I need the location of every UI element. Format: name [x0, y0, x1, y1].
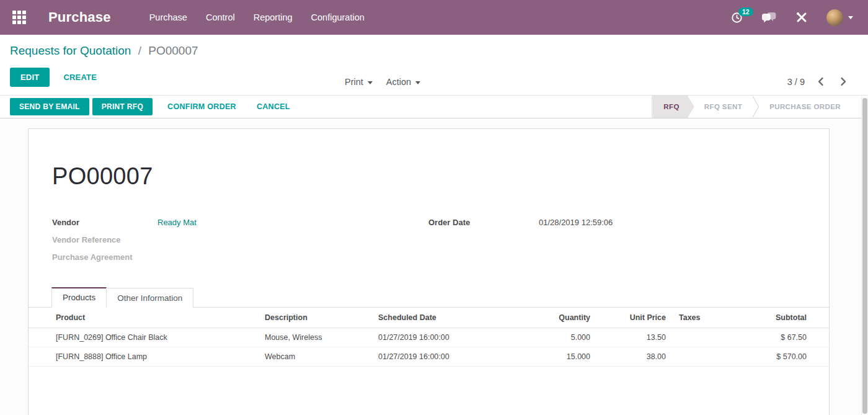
column-unit-price: Unit Price — [595, 308, 671, 328]
cell-subtotal: $ 570.00 — [754, 347, 830, 367]
column-taxes: Taxes — [671, 308, 754, 328]
cell-product: [FURN_8888] Office Lamp — [29, 347, 260, 367]
cell-quantity: 15.000 — [502, 347, 595, 367]
menu-reporting[interactable]: Reporting — [254, 12, 293, 22]
record-pager[interactable]: 3 / 9 — [787, 77, 805, 87]
form-statusbar: SEND BY EMAIL PRINT RFQ CONFIRM ORDER CA… — [0, 96, 868, 118]
column-description: Description — [260, 308, 373, 328]
field-vendor-reference: Vendor Reference — [52, 231, 428, 248]
cell-subtotal: $ 67.50 — [754, 328, 830, 347]
status-step-rfq[interactable]: RFQ — [652, 96, 694, 118]
tab-other-information[interactable]: Other Information — [106, 288, 193, 308]
order-lines-table: Product Description Scheduled Date Quant… — [29, 308, 830, 367]
chevron-left-icon — [817, 77, 824, 86]
cell-product: [FURN_0269] Office Chair Black — [29, 328, 260, 347]
app-title[interactable]: Purchase — [48, 9, 111, 25]
breadcrumb-separator: / — [138, 44, 141, 57]
scrollbar-thumb[interactable] — [862, 98, 867, 414]
activity-count-badge: 12 — [738, 7, 753, 17]
pager-previous-button[interactable] — [813, 76, 828, 87]
confirm-order-button[interactable]: CONFIRM ORDER — [159, 98, 245, 115]
cell-description: Mouse, Wireless — [260, 328, 373, 347]
status-steps: RFQ RFQ SENT PURCHASE ORDER — [652, 96, 851, 118]
field-grid: Vendor Ready Mat Vendor Reference Purcha… — [52, 213, 805, 266]
action-dropdown[interactable]: Action — [386, 77, 420, 87]
cell-scheduled-date: 01/27/2019 16:00:00 — [373, 347, 502, 367]
cancel-button[interactable]: CANCEL — [248, 98, 299, 115]
cell-unit-price: 38.00 — [595, 347, 671, 367]
step-separator-chevron-icon — [752, 96, 760, 118]
vendor-label: Vendor — [52, 218, 157, 227]
document-sheet: PO00007 Vendor Ready Mat Vendor Referenc… — [28, 128, 830, 415]
field-purchase-agreement: Purchase Agreement — [52, 248, 428, 266]
field-vendor: Vendor Ready Mat — [52, 213, 428, 231]
table-row[interactable]: [FURN_0269] Office Chair Black Mouse, Wi… — [29, 328, 830, 347]
document-title: PO00007 — [52, 163, 829, 190]
crossed-tools-icon — [795, 11, 808, 24]
chevron-down-icon — [368, 81, 373, 84]
table-row[interactable]: [FURN_8888] Office Lamp Webcam 01/27/201… — [29, 347, 830, 367]
column-quantity: Quantity — [502, 308, 595, 328]
user-menu[interactable] — [826, 9, 853, 26]
create-button[interactable]: CREATE — [55, 68, 105, 87]
form-view: PO00007 Vendor Ready Mat Vendor Referenc… — [0, 118, 868, 415]
cell-taxes — [671, 328, 754, 347]
cell-unit-price: 13.50 — [595, 328, 671, 347]
order-date-label: Order Date — [428, 218, 539, 227]
column-scheduled-date: Scheduled Date — [373, 308, 502, 328]
tools-icon[interactable] — [795, 11, 808, 24]
menu-purchase[interactable]: Purchase — [149, 12, 187, 22]
cell-taxes — [671, 347, 754, 367]
table-header-row: Product Description Scheduled Date Quant… — [29, 308, 830, 328]
cell-quantity: 5.000 — [502, 328, 595, 347]
activities-clock-icon[interactable]: 12 — [731, 12, 743, 24]
vertical-scrollbar — [861, 96, 868, 415]
field-order-date: Order Date 01/28/2019 12:59:06 — [428, 213, 805, 231]
menu-configuration[interactable]: Configuration — [311, 12, 365, 22]
cell-description: Webcam — [260, 347, 373, 367]
menu-control[interactable]: Control — [206, 12, 235, 22]
tab-products[interactable]: Products — [51, 287, 107, 308]
chevron-down-icon — [415, 81, 420, 84]
breadcrumb-current: PO00007 — [148, 44, 198, 57]
notebook-tabs: Products Other Information — [29, 286, 829, 308]
breadcrumb-parent-link[interactable]: Requests for Quotation — [10, 44, 131, 57]
print-rfq-button[interactable]: PRINT RFQ — [92, 98, 153, 115]
status-step-purchase-order[interactable]: PURCHASE ORDER — [760, 96, 851, 118]
breadcrumb: Requests for Quotation / PO00007 — [10, 43, 858, 59]
vendor-reference-label: Vendor Reference — [52, 235, 157, 244]
column-subtotal: Subtotal — [754, 308, 830, 328]
edit-button[interactable]: EDIT — [10, 68, 50, 87]
status-step-rfq-sent[interactable]: RFQ SENT — [694, 96, 752, 118]
pager-next-button[interactable] — [836, 76, 851, 87]
print-dropdown[interactable]: Print — [345, 77, 373, 87]
apps-grid-icon[interactable] — [12, 11, 26, 24]
user-avatar — [826, 9, 843, 26]
chevron-right-icon — [840, 77, 847, 86]
main-menu: Purchase Control Reporting Configuration — [149, 12, 365, 22]
print-dropdown-label: Print — [345, 77, 363, 87]
cell-scheduled-date: 01/27/2019 16:00:00 — [373, 328, 502, 347]
purchase-agreement-label: Purchase Agreement — [52, 252, 157, 262]
send-by-email-button[interactable]: SEND BY EMAIL — [10, 98, 89, 115]
top-navbar: Purchase Purchase Control Reporting Conf… — [0, 0, 868, 35]
order-date-value: 01/28/2019 12:59:06 — [539, 218, 613, 227]
column-product: Product — [29, 308, 260, 328]
messages-icon[interactable] — [761, 12, 777, 24]
chat-bubbles-icon — [761, 12, 777, 24]
chevron-down-icon — [848, 16, 853, 19]
vendor-value-link[interactable]: Ready Mat — [157, 218, 197, 227]
action-dropdown-label: Action — [386, 77, 411, 87]
control-panel: Requests for Quotation / PO00007 EDIT CR… — [0, 35, 868, 96]
